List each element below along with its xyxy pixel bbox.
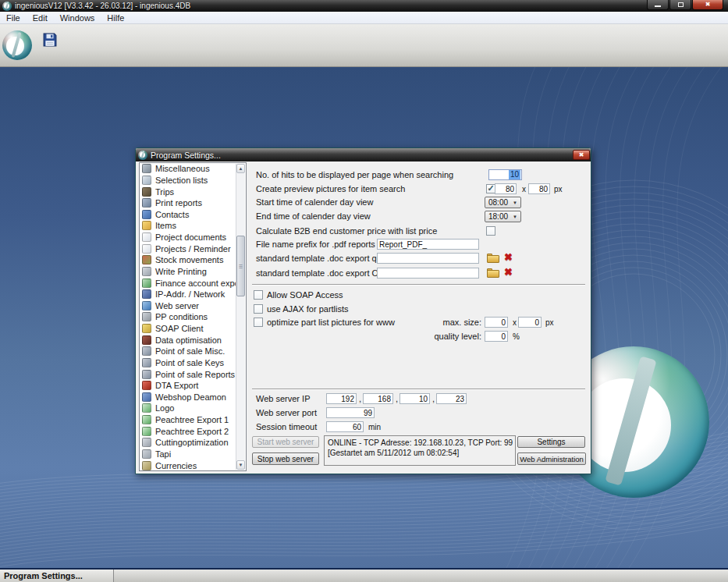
ajax-checkbox[interactable] [254,304,263,314]
sidebar-item[interactable]: Write Printing [140,266,246,278]
end-time-label: End time of calender day view [256,211,371,222]
toolbar [0,24,728,67]
ip-octet3-input[interactable] [400,393,430,404]
dialog-close-button[interactable]: ✖ [573,150,590,160]
sidebar-item[interactable]: Trips [140,186,246,197]
scroll-up-icon[interactable]: ▲ [236,164,245,173]
sidebar-item[interactable]: Data optimisation [140,334,246,346]
dta-icon [142,381,151,390]
export-green-icon [142,427,151,436]
sidebar-item[interactable]: Point of sale Misc. [140,346,246,357]
gear-icon [142,312,151,321]
window-titlebar: ingeniousV12 [V3.3.42 - 26.03.12] - inge… [0,0,728,12]
check-icon: ✓ [487,184,494,192]
oc-template-input[interactable] [377,268,479,279]
sidebar-item[interactable]: PP conditions [140,311,246,323]
b2b-checkbox[interactable] [486,226,495,236]
min-label: min [368,421,381,433]
ip-separator: , [432,393,435,405]
end-time-dropdown[interactable]: 18:00 ▼ [485,211,521,222]
sidebar-item[interactable]: SOAP Client [140,323,246,335]
scroll-down-icon[interactable]: ▼ [236,460,245,470]
minimize-button[interactable] [647,0,669,10]
clear-icon[interactable]: ✖ [504,252,513,263]
save-icon[interactable] [43,33,57,47]
person-icon [142,210,151,219]
sidebar-item[interactable]: Contacts [140,209,246,221]
sidebar-item[interactable]: DTA Export [140,380,246,392]
minimize-icon [655,5,661,7]
settings-button[interactable]: Settings [517,436,585,448]
taskbar-item-program-settings[interactable]: Program Settings... [0,570,114,582]
currency-icon [142,461,151,470]
sidebar-item[interactable]: Finance account export [140,277,246,289]
stop-web-server-button[interactable]: Stop web server [252,452,319,465]
status-line2: [Gestartet am 5/11/2012 um 08:02:54] [328,448,512,458]
ip-octet1-input[interactable] [326,393,357,404]
settings-category-list: Miscellaneous Selection lists Trips Prin… [139,162,247,471]
db-red-icon [142,335,151,345]
allow-soap-checkbox[interactable] [254,290,263,300]
scrollbar-thumb[interactable]: ☰ [236,236,245,296]
dialog-titlebar[interactable]: Program Settings... [136,148,591,161]
max-width-input[interactable] [485,317,508,328]
ip-octet2-input[interactable] [363,393,393,404]
sidebar-item[interactable]: Peachtree Export 2 [140,425,246,437]
list-scrollbar[interactable]: ▲ ☰ ▼ [236,164,245,470]
close-icon: ✖ [705,2,711,8]
web-administration-button[interactable]: Web Administration [517,452,586,465]
web-server-status: ONLINE - TCP Adresse: 192.168.10.23, TCP… [324,435,516,466]
px-label: px [554,183,563,195]
b2b-label: Calculate B2B end customer price with li… [256,225,437,237]
ip-octet4-input[interactable] [436,393,467,404]
sidebar-item[interactable]: Point of sale Reports [140,368,246,380]
quotation-template-input[interactable] [377,253,479,264]
menu-hilfe[interactable]: Hilfe [101,12,130,24]
session-timeout-input[interactable] [326,421,364,432]
sidebar-item[interactable]: Projects / Reminder [140,243,246,254]
preview-width-input[interactable] [495,183,517,194]
menu-windows[interactable]: Windows [54,12,101,24]
web-port-input[interactable] [326,407,375,418]
menu-edit[interactable]: Edit [27,12,54,24]
ip-separator: , [359,393,361,405]
quality-input[interactable] [485,331,508,342]
soap-icon [142,324,151,333]
sidebar-item[interactable]: Selection lists [140,175,246,186]
sidebar-item[interactable]: Cuttingoptimization [140,437,246,449]
sidebar-item[interactable]: Currencies [140,460,246,471]
folder-browse-icon[interactable] [487,268,499,278]
pos-icon [142,370,151,379]
clear-icon[interactable]: ✖ [504,267,513,278]
close-button[interactable]: ✖ [692,0,723,10]
sidebar-item[interactable]: Point of sale Keys [140,357,246,369]
pdf-prefix-input[interactable] [377,239,479,250]
sidebar-item[interactable]: Webshop Deamon [140,392,246,403]
preview-height-input[interactable] [528,183,550,194]
sidebar-item[interactable]: Web server [140,300,246,312]
start-web-server-button[interactable]: Start web server [252,436,319,448]
sidebar-item[interactable]: Project documents [140,232,246,243]
start-time-dropdown[interactable]: 08:00 ▼ [485,197,521,208]
hits-value: 10 [509,170,520,179]
sidebar-item[interactable]: Tapi [140,449,246,460]
sidebar-item[interactable]: Print reports [140,197,246,209]
app-logo [2,30,32,60]
sidebar-item[interactable]: Miscellaneous [140,163,246,175]
maximize-icon [678,2,684,7]
sidebar-item[interactable]: Logo [140,403,246,414]
optimize-pictures-checkbox[interactable] [254,318,263,327]
sidebar-item[interactable]: Peachtree Export 1 [140,414,246,426]
hits-input[interactable]: 10 [488,169,522,180]
end-time-value: 18:00 [488,212,508,221]
session-timeout-label: Session timeout [256,421,317,433]
sidebar-item[interactable]: IP-Addr. / Network [140,289,246,300]
dialog-icon [138,151,147,160]
web-ip-label: Web server IP [256,393,311,405]
folder-browse-icon[interactable] [487,254,499,263]
maximize-button[interactable] [669,0,691,10]
max-height-input[interactable] [518,317,542,328]
menu-file[interactable]: File [0,12,27,24]
sidebar-item[interactable]: Stock movements [140,254,246,266]
sidebar-item[interactable]: Items [140,220,246,232]
